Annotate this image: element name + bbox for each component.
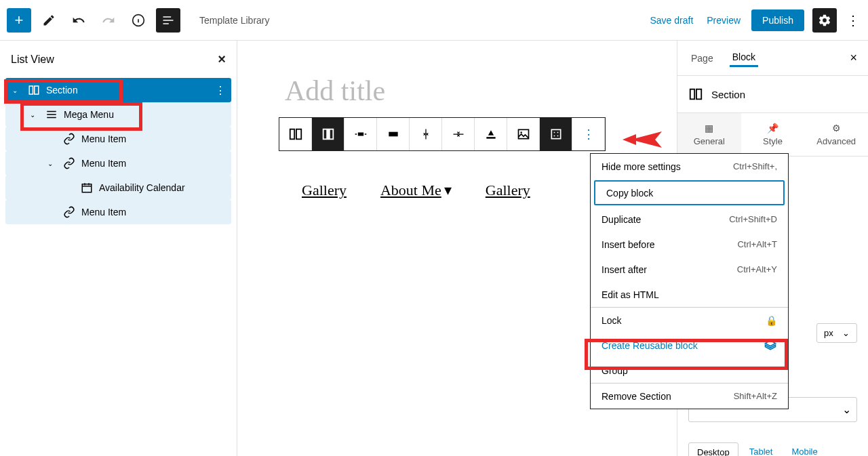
tree-row[interactable]: Menu Item bbox=[5, 200, 231, 224]
dropdown-item[interactable]: DuplicateCtrl+Shift+D bbox=[591, 207, 788, 232]
style-icon: 📌 bbox=[741, 123, 805, 133]
dropdown-item[interactable]: Copy block bbox=[594, 180, 785, 205]
publish-button[interactable]: Publish bbox=[751, 9, 804, 31]
section-icon bbox=[688, 87, 703, 102]
caret-icon: ⌄ bbox=[43, 160, 57, 167]
svg-rect-3 bbox=[82, 184, 92, 192]
shortcut-label: Ctrl+Shift+, bbox=[733, 161, 777, 171]
undo-button[interactable] bbox=[66, 8, 91, 33]
row-options-button[interactable]: ⋮ bbox=[215, 84, 231, 97]
svg-rect-5 bbox=[296, 129, 300, 140]
dropdown-item[interactable]: Remove SectionShift+Alt+Z bbox=[591, 384, 788, 409]
subtab-style[interactable]: 📌Style bbox=[741, 113, 805, 156]
edit-tool-button[interactable] bbox=[37, 8, 61, 33]
background-color-button[interactable] bbox=[475, 118, 507, 150]
dropdown-item[interactable]: Edit as HTML bbox=[591, 282, 788, 307]
template-library-link[interactable]: Template Library bbox=[199, 15, 270, 26]
svg-rect-13 bbox=[551, 129, 560, 138]
svg-rect-14 bbox=[690, 89, 694, 100]
menu-icon bbox=[45, 108, 58, 121]
mega-menu-items: Gallery About Me Gallery + bbox=[302, 178, 636, 203]
annotation-arrow bbox=[623, 126, 662, 153]
dropdown-label: Hide more settings bbox=[601, 161, 681, 172]
tree-label: Availability Calendar bbox=[99, 182, 185, 193]
block-tree: ⌄Section⋮⌄Mega MenuMenu Item⌄Menu ItemAv… bbox=[0, 78, 237, 224]
dropdown-item[interactable]: Create Reusable block bbox=[591, 333, 788, 358]
full-width-button[interactable] bbox=[377, 118, 410, 150]
redo-icon bbox=[102, 14, 115, 27]
device-tablet[interactable]: Tablet bbox=[741, 442, 781, 456]
tree-row[interactable]: ⌄Section⋮ bbox=[5, 78, 231, 102]
redo-button[interactable] bbox=[96, 8, 121, 33]
tree-row[interactable]: Menu Item bbox=[5, 127, 231, 151]
block-toolbar: ⋮ bbox=[279, 117, 606, 151]
svg-rect-8 bbox=[357, 133, 363, 136]
settings-button[interactable] bbox=[812, 8, 837, 33]
tree-row[interactable]: Availability Calendar bbox=[5, 175, 231, 200]
shortcut-label: Ctrl+Shift+D bbox=[729, 214, 777, 224]
advanced-icon: ⚙ bbox=[804, 123, 868, 133]
dropdown-item[interactable]: Insert beforeCtrl+Alt+T bbox=[591, 232, 788, 257]
dropdown-item[interactable]: Hide more settingsCtrl+Shift+, bbox=[591, 154, 788, 179]
fullscreen-button[interactable] bbox=[540, 118, 572, 150]
shortcut-label: Ctrl+Alt+Y bbox=[737, 264, 777, 274]
close-sidebar-button[interactable]: × bbox=[850, 51, 857, 65]
device-mobile[interactable]: Mobile bbox=[783, 442, 825, 456]
svg-rect-10 bbox=[486, 137, 495, 139]
dropdown-label: Lock bbox=[601, 315, 622, 326]
chevron-down-icon: ⌄ bbox=[842, 328, 850, 338]
unit-select[interactable]: px⌄ bbox=[816, 323, 857, 343]
preview-button[interactable]: Preview bbox=[704, 9, 743, 31]
more-options-button[interactable]: ⋮ bbox=[845, 12, 861, 28]
tab-block[interactable]: Block bbox=[730, 49, 758, 67]
device-desktop[interactable]: Desktop bbox=[688, 442, 738, 456]
dropdown-label: Insert before bbox=[601, 239, 655, 250]
close-list-view-button[interactable]: × bbox=[218, 51, 226, 67]
tree-row[interactable]: ⌄Mega Menu bbox=[5, 102, 231, 127]
dropdown-item[interactable]: Group bbox=[591, 358, 788, 383]
post-title-input[interactable]: Add title bbox=[285, 75, 636, 107]
caret-icon: ⌄ bbox=[8, 87, 22, 94]
menu-item-about[interactable]: About Me bbox=[380, 182, 452, 199]
svg-rect-2 bbox=[35, 86, 39, 94]
svg-rect-4 bbox=[290, 129, 294, 140]
list-view-panel: List View × ⌄Section⋮⌄Mega MenuMenu Item… bbox=[0, 41, 237, 456]
list-icon bbox=[161, 14, 175, 27]
dropdown-label: Duplicate bbox=[601, 214, 641, 225]
align-vertical-button[interactable] bbox=[410, 118, 442, 150]
tree-row[interactable]: ⌄Menu Item bbox=[5, 151, 231, 175]
dropdown-label: Copy block bbox=[606, 188, 653, 199]
toolbar-right: Save draft Preview Publish ⋮ bbox=[647, 8, 861, 33]
gear-icon bbox=[818, 14, 831, 27]
block-type-button[interactable] bbox=[279, 118, 312, 150]
info-icon bbox=[132, 14, 145, 27]
tree-label: Menu Item bbox=[81, 207, 126, 217]
menu-item-gallery-2[interactable]: Gallery bbox=[486, 182, 530, 199]
svg-rect-15 bbox=[696, 89, 701, 100]
align-horizontal-button[interactable] bbox=[442, 118, 475, 150]
menu-item-gallery[interactable]: Gallery bbox=[302, 182, 347, 199]
image-button[interactable] bbox=[507, 118, 540, 150]
sidebar-tabs: Page Block × bbox=[677, 41, 868, 76]
save-draft-button[interactable]: Save draft bbox=[647, 9, 696, 31]
subtab-advanced[interactable]: ⚙Advanced bbox=[804, 113, 868, 156]
list-view-button[interactable] bbox=[156, 8, 180, 33]
tab-page[interactable]: Page bbox=[688, 50, 716, 66]
subtab-general[interactable]: ▦General bbox=[677, 113, 741, 156]
link-icon bbox=[62, 133, 76, 145]
shortcut-label: Ctrl+Alt+T bbox=[737, 239, 777, 249]
svg-point-12 bbox=[520, 131, 522, 133]
add-block-button[interactable]: + bbox=[7, 8, 31, 33]
undo-icon bbox=[72, 14, 85, 27]
block-more-button[interactable]: ⋮ bbox=[572, 118, 605, 150]
svg-rect-1 bbox=[29, 86, 33, 94]
info-button[interactable] bbox=[126, 8, 151, 33]
svg-rect-7 bbox=[326, 129, 330, 140]
wide-width-button[interactable] bbox=[344, 118, 377, 150]
block-info: Section bbox=[677, 76, 868, 112]
tree-label: Section bbox=[46, 85, 78, 96]
dropdown-item[interactable]: Insert afterCtrl+Alt+Y bbox=[591, 257, 788, 282]
dropdown-item[interactable]: Lock🔒 bbox=[591, 308, 788, 333]
tree-label: Mega Menu bbox=[64, 109, 114, 120]
content-width-button[interactable] bbox=[312, 118, 344, 150]
